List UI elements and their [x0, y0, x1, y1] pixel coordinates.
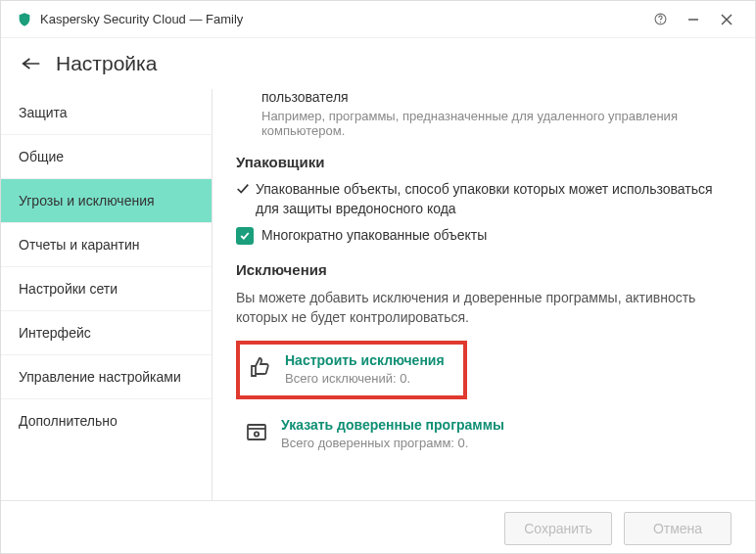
- close-button[interactable]: [710, 5, 743, 34]
- trusted-programs-link[interactable]: Указать доверенные программы: [281, 417, 504, 433]
- configure-exclusions-link[interactable]: Настроить исключения: [285, 352, 445, 368]
- sidebar-item-interface[interactable]: Интерфейс: [1, 311, 212, 355]
- packers-section-title: Упаковщики: [236, 154, 728, 170]
- minimize-button[interactable]: [677, 5, 710, 34]
- sidebar-item-threats-exclusions[interactable]: Угрозы и исключения: [1, 179, 212, 223]
- sidebar-item-manage-settings[interactable]: Управление настройками: [1, 355, 212, 399]
- sidebar-item-general[interactable]: Общие: [1, 135, 212, 179]
- user-item-label: пользователя: [261, 89, 728, 105]
- packers-option-2-label: Многократно упакованные объекты: [261, 226, 728, 246]
- packers-option-2[interactable]: Многократно упакованные объекты: [236, 226, 728, 246]
- trusted-programs-count: Всего доверенных программ: 0.: [281, 436, 504, 450]
- checkmark-icon: [236, 180, 256, 199]
- user-item-desc: Например, программы, предназначенные для…: [261, 109, 728, 138]
- cancel-button[interactable]: Отмена: [624, 512, 732, 545]
- help-button[interactable]: [643, 5, 677, 34]
- page-title: Настройка: [56, 52, 157, 75]
- app-logo-icon: [17, 12, 32, 27]
- sidebar-item-protection[interactable]: Защита: [1, 91, 212, 135]
- footer-bar: Сохранить Отмена: [1, 500, 755, 554]
- sidebar-item-network[interactable]: Настройки сети: [1, 267, 212, 311]
- trusted-programs-row: Указать доверенные программы Всего довер…: [236, 409, 728, 458]
- settings-sidebar: Защита Общие Угрозы и исключения Отчеты …: [1, 89, 213, 500]
- content-pane: пользователя Например, программы, предна…: [213, 89, 755, 500]
- exclusions-section-title: Исключения: [236, 261, 728, 278]
- back-button[interactable]: [19, 51, 44, 76]
- configure-exclusions-count: Всего исключений: 0.: [285, 371, 445, 386]
- packers-option-1-label: Упакованные объекты, способ упаковки кот…: [256, 180, 728, 218]
- sidebar-item-additional[interactable]: Дополнительно: [1, 399, 212, 442]
- packers-option-1[interactable]: Упакованные объекты, способ упаковки кот…: [236, 180, 728, 218]
- save-button[interactable]: Сохранить: [504, 512, 612, 545]
- exclusions-desc: Вы можете добавить исключения и доверенн…: [236, 288, 728, 328]
- configure-exclusions-row: Настроить исключения Всего исключений: 0…: [236, 341, 467, 399]
- app-title: Kaspersky Security Cloud — Family: [40, 12, 643, 26]
- svg-point-1: [660, 22, 661, 23]
- page-header: Настройка: [1, 38, 755, 89]
- title-bar: Kaspersky Security Cloud — Family: [1, 1, 755, 38]
- svg-point-7: [255, 433, 259, 437]
- window-icon: [242, 417, 271, 446]
- sidebar-item-reports-quarantine[interactable]: Отчеты и карантин: [1, 223, 212, 267]
- checkbox-checked-icon: [236, 227, 254, 245]
- thumbs-up-icon: [246, 352, 275, 382]
